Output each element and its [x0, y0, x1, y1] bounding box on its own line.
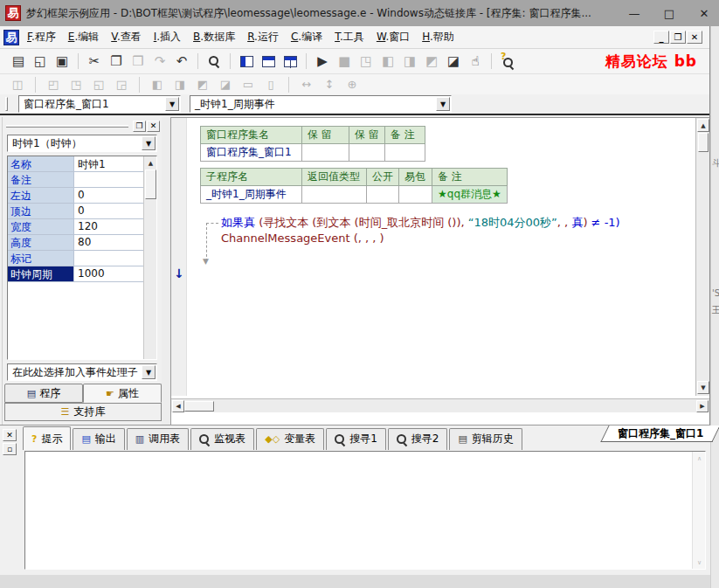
scroll-thumb[interactable] [698, 133, 709, 152]
module-combo[interactable]: 窗口程序集_窗口1 ▼ [18, 95, 181, 113]
property-scrollbar[interactable]: ▲ [143, 156, 156, 359]
property-value[interactable]: 120 [74, 219, 143, 234]
menu-h[interactable]: H.帮助 [416, 27, 460, 47]
undo-icon[interactable]: ↶ [172, 52, 191, 71]
table-cell[interactable]: 窗口程序集_窗口1 [201, 144, 302, 162]
menu-e[interactable]: E.编辑 [62, 27, 105, 47]
tab-输出[interactable]: ▤输出 [73, 428, 124, 450]
event-combo[interactable]: _时钟1_周期事件 ▼ [190, 95, 452, 113]
object-combo[interactable]: 时钟1（时钟） ▼ [7, 135, 157, 152]
window-layout-grid-icon[interactable] [280, 52, 300, 71]
scroll-up-icon[interactable]: ▲ [697, 119, 709, 132]
scroll-down-icon[interactable]: ▼ [697, 381, 709, 394]
property-value[interactable] [74, 251, 143, 266]
code-block[interactable]: ▼ 如果真 (寻找文本 (到文本 (时间_取北京时间 ()), “18时04分0… [200, 215, 695, 246]
close-button[interactable]: ✕ [689, 2, 719, 24]
property-row[interactable]: 备注 [8, 172, 143, 188]
table-cell[interactable]: ★qq群消息★ [432, 186, 508, 204]
chevron-down-icon[interactable]: ▼ [142, 365, 156, 379]
property-row[interactable]: 左边0 [8, 188, 143, 204]
output-float-button[interactable]: ▫ [3, 443, 17, 455]
menu-t[interactable]: T.工具 [328, 27, 370, 47]
scroll-up-icon[interactable]: ∧ [693, 452, 706, 465]
mdi-minimize-button[interactable]: _ [653, 31, 669, 44]
panel-close-button[interactable]: ✕ [147, 121, 160, 132]
code-line[interactable]: 如果真 (寻找文本 (到文本 (时间_取北京时间 ()), “18时04分00秒… [200, 215, 695, 231]
property-row[interactable]: 宽度120 [8, 219, 143, 235]
property-row[interactable]: 顶边0 [8, 204, 143, 219]
find-icon[interactable] [204, 52, 224, 71]
menu-b[interactable]: B.数据库 [187, 27, 241, 47]
property-row[interactable]: 名称时钟1 [8, 156, 143, 172]
new-file-icon[interactable]: ▤ [9, 52, 28, 71]
open-file-icon[interactable]: ◱ [31, 52, 50, 71]
tab-搜寻1[interactable]: 搜寻1 [326, 428, 386, 450]
menu-r[interactable]: R.运行 [241, 27, 285, 47]
save-icon[interactable]: ▣ [52, 52, 72, 71]
find-next-icon[interactable]: ? [498, 52, 517, 71]
editor-vertical-scrollbar[interactable]: ▲ ▼ [695, 118, 709, 396]
tab-程序[interactable]: ▤程序 [4, 384, 83, 403]
property-value[interactable]: 时钟1 [74, 156, 143, 171]
table-cell[interactable] [384, 144, 425, 162]
code-line[interactable]: ChannelMessageEvent (, , , ) [200, 231, 695, 246]
minimize-button[interactable]: — [619, 2, 649, 24]
chevron-down-icon[interactable]: ▼ [142, 136, 156, 150]
scroll-left-icon[interactable]: ◀ [172, 400, 184, 412]
mdi-restore-button[interactable]: ❐ [670, 31, 686, 44]
scroll-up-icon[interactable]: ▲ [144, 156, 157, 169]
mdi-close-button[interactable]: ✕ [687, 31, 702, 44]
output-scrollbar[interactable]: ∧ ∨ [692, 452, 705, 569]
panel-splitter[interactable] [162, 117, 171, 425]
table-cell[interactable] [367, 186, 399, 204]
menu-v[interactable]: V.查看 [105, 27, 148, 47]
property-row[interactable]: 高度80 [8, 235, 143, 251]
pause-hand-icon[interactable]: ☝ [466, 52, 485, 71]
run-to-cursor-icon[interactable]: ◪ [444, 52, 463, 71]
panel-grip[interactable] [6, 125, 128, 128]
cut-icon[interactable]: ✂ [85, 52, 104, 71]
property-value[interactable] [74, 172, 143, 187]
scroll-down-icon[interactable]: ∨ [693, 556, 706, 569]
table-cell[interactable]: _时钟1_周期事件 [201, 186, 302, 204]
maximize-button[interactable]: □ [654, 2, 684, 24]
tab-support-library[interactable]: ☰ 支持库 [4, 403, 162, 421]
tab-剪辑历史[interactable]: ▤剪辑历史 [449, 428, 522, 450]
property-row[interactable]: 时钟周期1000 [8, 266, 143, 282]
tab-搜寻2[interactable]: 搜寻2 [388, 428, 448, 450]
scroll-thumb[interactable] [184, 401, 214, 412]
output-text-area[interactable]: ∧ ∨ [24, 451, 706, 570]
scroll-right-icon[interactable]: ▶ [696, 400, 709, 412]
property-value[interactable]: 80 [74, 235, 143, 250]
menu-f[interactable]: F.程序 [21, 27, 62, 47]
property-value[interactable]: 0 [74, 204, 143, 218]
menu-i[interactable]: I.插入 [148, 27, 187, 47]
table-cell[interactable] [302, 144, 349, 162]
tab-变量表[interactable]: ◆◇变量表 [256, 428, 324, 450]
copy-icon[interactable]: ❐ [107, 52, 126, 71]
window-layout-left-icon[interactable] [237, 52, 256, 71]
scroll-thumb[interactable] [145, 169, 156, 199]
property-value[interactable]: 0 [74, 188, 143, 203]
editor-content[interactable]: 窗口程序集名保 留保 留备 注窗口程序集_窗口1 子程序名返回值类型公开易包备 … [188, 118, 695, 396]
menu-c[interactable]: C.编译 [285, 27, 328, 47]
run-icon[interactable]: ▶ [313, 52, 332, 71]
tab-调用表[interactable]: ▥调用表 [127, 428, 189, 450]
tab-属性[interactable]: ☛属性 [83, 384, 162, 403]
table-cell[interactable] [399, 186, 432, 204]
file-tab[interactable]: 窗口程序集_窗口1 [600, 425, 719, 442]
window-layout-top-icon[interactable] [259, 52, 278, 71]
panel-float-button[interactable]: ❐ [133, 121, 146, 132]
table-cell[interactable] [349, 144, 385, 162]
menu-w[interactable]: W.窗口 [370, 27, 416, 47]
chevron-down-icon[interactable]: ▼ [165, 97, 179, 111]
table-cell[interactable] [302, 186, 367, 204]
property-row[interactable]: 标记 [8, 251, 143, 266]
editor-horizontal-scrollbar[interactable]: ◀ ▶ [171, 398, 709, 412]
property-value[interactable]: 1000 [74, 266, 143, 281]
tab-提示[interactable]: ?提示 [23, 426, 71, 450]
event-picker-combo[interactable]: 在此处选择加入事件处理子 ▼ [7, 363, 157, 381]
chevron-down-icon[interactable]: ▼ [436, 97, 450, 111]
output-close-button[interactable]: ✕ [3, 429, 17, 441]
tab-监视表[interactable]: 监视表 [190, 428, 254, 450]
